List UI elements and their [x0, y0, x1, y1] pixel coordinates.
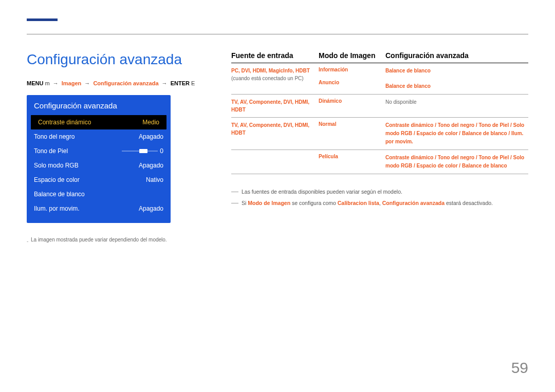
th-config: Configuración avanzada — [385, 51, 528, 60]
breadcrumb: MENU m → Imagen → Configuración avanzada… — [27, 80, 195, 86]
note-dash: - — [27, 238, 28, 244]
osd-row-skin-tone[interactable]: Tono de Piel0 — [27, 144, 171, 158]
slider-track[interactable] — [122, 150, 158, 153]
th-source: Fuente de entrada — [231, 51, 319, 60]
osd-note: La imagen mostrada puede variar dependie… — [31, 237, 167, 242]
osd-row-black-tone[interactable]: Tono del negroApagado — [27, 129, 171, 144]
footnotes: Las fuentes de entrada disponibles puede… — [231, 188, 528, 210]
settings-table: Fuente de entrada Modo de Imagen Configu… — [231, 51, 528, 174]
th-mode: Modo de Imagen — [319, 51, 385, 60]
osd-row-contrast[interactable]: Contraste dinámicoMedio — [31, 115, 166, 129]
osd-title: Configuración avanzada — [27, 101, 171, 115]
table-row: PC, DVI, HDMI, MagicInfo, HDBT (cuando e… — [231, 63, 528, 95]
slider-knob[interactable] — [139, 149, 147, 153]
osd-row-motion-light[interactable]: Ilum. por movim.Apagado — [27, 201, 171, 216]
osd-row-rgb-only[interactable]: Solo modo RGBApagado — [27, 158, 171, 173]
table-row: TV, AV, Componente, DVI, HDMI, HDBT Diná… — [231, 95, 528, 118]
top-divider — [27, 34, 528, 34]
table-row: Película Contraste dinámico / Tono del n… — [231, 150, 528, 174]
page-number: 59 — [511, 359, 528, 377]
osd-panel: Configuración avanzada Contraste dinámic… — [27, 95, 171, 223]
accent-bar — [27, 18, 58, 21]
osd-row-white-balance[interactable]: Balance de blanco — [27, 187, 171, 201]
osd-row-color-space[interactable]: Espacio de colorNativo — [27, 173, 171, 187]
table-row: TV, AV, Componente, DVI, HDMI, HDBT Norm… — [231, 118, 528, 150]
page-title: Configuración avanzada — [27, 51, 182, 68]
